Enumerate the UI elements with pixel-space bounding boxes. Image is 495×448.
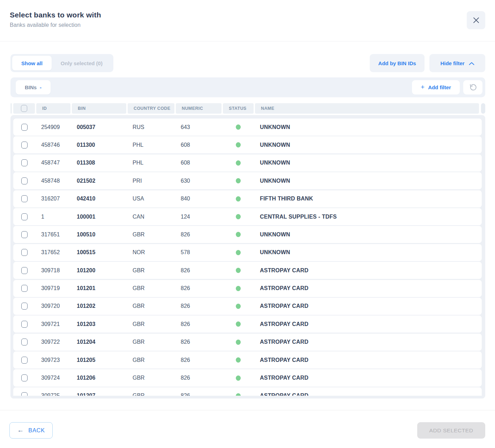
cell-bin: 011300 — [71, 142, 127, 148]
close-button[interactable] — [467, 11, 485, 29]
table-row[interactable]: 317651 100510 GBR 826 UNKNOWN — [13, 226, 482, 243]
tab-show-all[interactable]: Show all — [12, 56, 52, 70]
column-header-country-code[interactable]: COUNTRY CODE — [128, 103, 174, 114]
cell-numeric: 608 — [175, 160, 222, 166]
row-checkbox[interactable] — [21, 339, 28, 346]
status-dot — [236, 321, 241, 327]
cell-id: 1 — [36, 214, 71, 220]
table-header-edge — [10, 103, 12, 114]
status-dot — [236, 232, 241, 237]
row-checkbox[interactable] — [21, 195, 28, 202]
table-row[interactable]: 309721 101203 GBR 826 ASTROPAY CARD — [13, 316, 482, 333]
row-checkbox[interactable] — [21, 267, 28, 274]
row-checkbox[interactable] — [21, 303, 28, 310]
cell-name: UNKNOWN — [254, 160, 482, 166]
hide-filter-button[interactable]: Hide filter — [429, 54, 485, 72]
row-checkbox[interactable] — [21, 142, 28, 149]
close-icon — [473, 17, 479, 23]
cell-name: ASTROPAY CARD — [254, 303, 482, 309]
cell-id: 309721 — [36, 321, 71, 327]
column-header-numeric[interactable]: NUMERIC — [176, 103, 222, 114]
cell-numeric: 826 — [175, 303, 222, 309]
table-row[interactable]: 316207 042410 USA 840 FIFTH THIRD BANK — [13, 190, 482, 207]
add-filter-button[interactable]: + Add filter — [412, 80, 460, 94]
table-header-checkbox-cell — [13, 103, 35, 114]
cell-country-code: GBR — [127, 303, 175, 309]
cell-bin: 101203 — [71, 321, 127, 327]
row-checkbox[interactable] — [21, 374, 28, 381]
chevron-up-icon — [469, 62, 474, 65]
add-by-bin-ids-button[interactable]: Add by BIN IDs — [370, 54, 425, 72]
cell-id: 309718 — [36, 267, 71, 274]
table-row[interactable]: 458746 011300 PHL 608 UNKNOWN — [13, 136, 482, 153]
cell-country-code: CAN — [127, 214, 175, 220]
cell-numeric: 578 — [175, 249, 222, 256]
table-row[interactable]: 309722 101204 GBR 826 ASTROPAY CARD — [13, 334, 482, 351]
row-checkbox[interactable] — [21, 177, 28, 184]
cell-name: UNKNOWN — [254, 124, 482, 130]
row-checkbox[interactable] — [21, 321, 28, 328]
table-row[interactable]: 309725 101207 GBR 826 ASTROPAY CARD — [13, 387, 482, 398]
row-checkbox[interactable] — [21, 285, 28, 292]
table-row[interactable]: 309719 101201 GBR 826 ASTROPAY CARD — [13, 280, 482, 297]
column-header-status[interactable]: STATUS — [223, 103, 254, 114]
cell-numeric: 826 — [175, 339, 222, 345]
table-row[interactable]: 317652 100515 NOR 578 UNKNOWN — [13, 244, 482, 261]
row-checkbox[interactable] — [21, 159, 28, 166]
cell-numeric: 826 — [175, 231, 222, 238]
row-checkbox[interactable] — [21, 231, 28, 238]
status-dot — [236, 178, 241, 183]
table-row[interactable]: 309718 101200 GBR 826 ASTROPAY CARD — [13, 262, 482, 279]
cell-name: ASTROPAY CARD — [254, 375, 482, 381]
table-row[interactable]: 458748 021502 PRI 630 UNKNOWN — [13, 172, 482, 189]
table-row[interactable]: 458747 011308 PHL 608 UNKNOWN — [13, 154, 482, 172]
reset-filters-button[interactable] — [463, 80, 482, 94]
column-header-id[interactable]: ID — [36, 103, 70, 114]
add-by-bin-ids-label: Add by BIN IDs — [378, 60, 416, 66]
add-selected-button[interactable]: ADD SELECTED — [417, 422, 485, 439]
filter-chip-bins[interactable]: BINs - — [16, 80, 51, 94]
cell-numeric: 608 — [175, 142, 222, 148]
row-checkbox[interactable] — [21, 357, 28, 364]
filter-chip-value: - — [40, 84, 42, 90]
cell-id: 309723 — [36, 357, 71, 363]
cell-country-code: PHL — [127, 160, 175, 166]
back-button[interactable]: ← BACK — [9, 422, 53, 439]
cell-bin: 042410 — [71, 196, 127, 202]
tab-only-selected[interactable]: Only selected (0) — [52, 56, 112, 70]
cell-numeric: 630 — [175, 178, 222, 184]
status-dot — [236, 357, 241, 363]
table-row[interactable]: 1 100001 CAN 124 CENTRAL SUPPLIES - TDFS — [13, 208, 482, 225]
cell-numeric: 643 — [175, 124, 222, 130]
plus-icon: + — [421, 83, 425, 91]
cell-name: UNKNOWN — [254, 142, 482, 148]
row-checkbox[interactable] — [21, 249, 28, 256]
cell-bin: 101205 — [71, 357, 127, 363]
column-header-bin[interactable]: BIN — [72, 103, 126, 114]
cell-country-code: GBR — [127, 231, 175, 238]
cell-bin: 101202 — [71, 303, 127, 309]
table-row[interactable]: 254909 005037 RUS 643 UNKNOWN — [13, 119, 482, 136]
column-header-name[interactable]: NAME — [255, 103, 479, 114]
table-row[interactable]: 309724 101206 GBR 826 ASTROPAY CARD — [13, 369, 482, 386]
vertical-scrollbar-thumb[interactable] — [481, 103, 485, 114]
cell-bin: 100001 — [71, 214, 127, 220]
cell-numeric: 826 — [175, 321, 222, 327]
cell-id: 458746 — [36, 142, 71, 148]
cell-id: 458748 — [36, 178, 71, 184]
filter-chip-label: BINs — [25, 84, 37, 90]
cell-bin: 021502 — [71, 178, 127, 184]
cell-country-code: PHL — [127, 142, 175, 148]
table-row[interactable]: 309720 101202 GBR 826 ASTROPAY CARD — [13, 298, 482, 315]
row-checkbox[interactable] — [21, 124, 28, 131]
row-checkbox[interactable] — [21, 213, 28, 220]
cell-name: UNKNOWN — [254, 249, 482, 256]
cell-country-code: RUS — [127, 124, 175, 130]
status-dot — [236, 286, 241, 291]
status-dot — [236, 375, 241, 381]
cell-numeric: 826 — [175, 375, 222, 381]
table-row[interactable]: 309723 101205 GBR 826 ASTROPAY CARD — [13, 351, 482, 369]
cell-numeric: 840 — [175, 196, 222, 202]
row-checkbox[interactable] — [21, 392, 28, 398]
select-all-checkbox[interactable] — [21, 105, 27, 112]
